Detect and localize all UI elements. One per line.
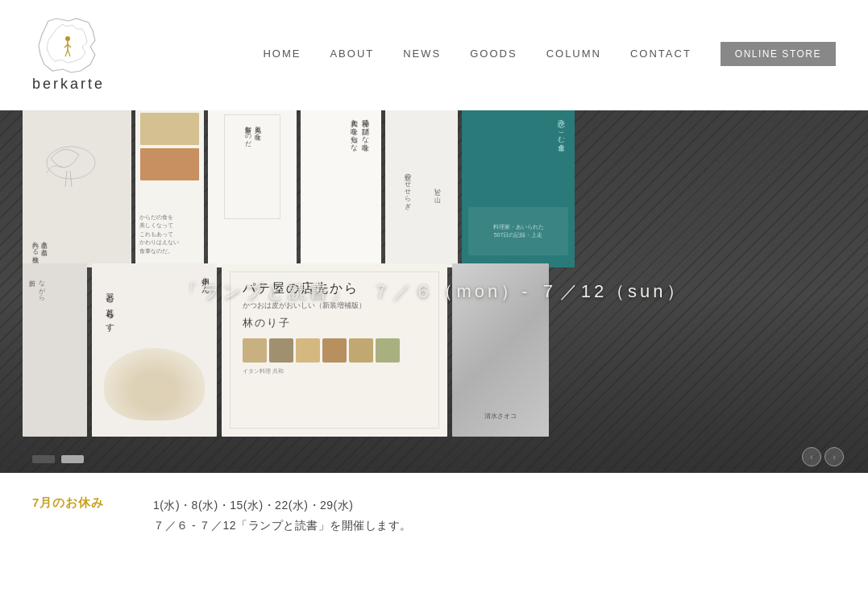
- info-line-1: 1(水)・8(水)・15(水)・22(水)・29(水): [153, 495, 412, 516]
- hero-text-overlay: 「ランプと読書」 ７／６（mon）- ７／12（sun）: [181, 280, 687, 304]
- info-content: 1(水)・8(水)・15(水)・22(水)・29(水) ７／６ - ７／12「ラ…: [153, 495, 412, 536]
- info-title: 7月のお休み: [32, 495, 129, 536]
- book-6: 読みこむ食卓 料理家・あいられた507日の記録・上走: [462, 110, 575, 267]
- main-nav: HOME ABOUT NEWS GOODS COLUMN CONTACT ONL…: [263, 42, 836, 66]
- nav-about[interactable]: ABOUT: [330, 48, 374, 60]
- slider-dots: [32, 455, 84, 463]
- svg-line-5: [68, 50, 70, 56]
- slider-dot-2[interactable]: [61, 455, 84, 463]
- hero-title: 「ランプと読書」 ７／６（mon）- ７／12（sun）: [181, 281, 687, 301]
- logo-text: berkarte: [32, 76, 105, 93]
- nav-home[interactable]: HOME: [263, 48, 301, 60]
- svg-point-0: [65, 36, 70, 41]
- nav-column[interactable]: COLUMN: [546, 48, 601, 60]
- nav-news[interactable]: NEWS: [403, 48, 441, 60]
- nav-goods[interactable]: GOODS: [470, 48, 517, 60]
- info-section: 7月のお休み 1(水)・8(水)・15(水)・22(水)・29(水) ７／６ -…: [0, 473, 868, 552]
- svg-point-6: [47, 147, 95, 179]
- book-4: 神秘て踊びな味を大和と味を知らな: [301, 110, 381, 267]
- svg-line-4: [65, 50, 68, 56]
- slider-next-button[interactable]: ›: [824, 447, 844, 466]
- logo-area: berkarte: [32, 15, 105, 93]
- slider-dot-1[interactable]: [32, 455, 55, 463]
- slider-arrows: ‹ ›: [802, 447, 844, 466]
- slider-prev-button[interactable]: ‹: [802, 447, 821, 466]
- book-2: からだの食を美しくなってこれもあってかわりはえない食事なのだ。: [135, 110, 204, 267]
- book-3: 風光と味を新鮮なのだ: [208, 110, 297, 267]
- book-b1: ながら折田: [23, 263, 87, 437]
- nav-contact[interactable]: CONTACT: [630, 48, 691, 60]
- book-5: 親のせせらぎ 近い山: [385, 110, 458, 267]
- online-store-button[interactable]: ONLINE STORE: [721, 42, 836, 66]
- info-line-2: ７／６ - ７／12「ランプと読書」を開催します。: [153, 516, 412, 536]
- book-1: 山草き山草と内れる幾枚: [23, 110, 131, 267]
- top-books-row: 山草き山草と内れる幾枚 からだの食を美しくなってこれもあってかわりはえない食事な…: [0, 110, 868, 280]
- hero-slider: 山草き山草と内れる幾枚 からだの食を美しくなってこれもあってかわりはえない食事な…: [0, 110, 868, 473]
- header: berkarte HOME ABOUT NEWS GOODS COLUMN CO…: [0, 0, 868, 101]
- logo-icon: [32, 15, 105, 79]
